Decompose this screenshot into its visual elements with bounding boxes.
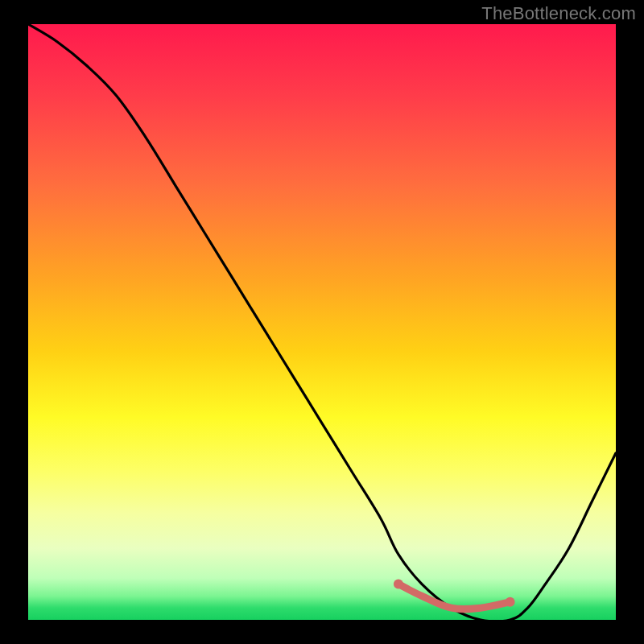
- optimal-band-end-dot: [506, 597, 515, 607]
- chart-frame: TheBottleneck.com: [0, 0, 644, 644]
- optimal-band-start-dot: [394, 580, 403, 589]
- chart-svg: [28, 24, 616, 620]
- plot-area: [28, 24, 616, 620]
- optimal-band-overlay: [398, 584, 510, 609]
- bottleneck-curve-line: [28, 24, 616, 620]
- watermark-text: TheBottleneck.com: [481, 3, 636, 24]
